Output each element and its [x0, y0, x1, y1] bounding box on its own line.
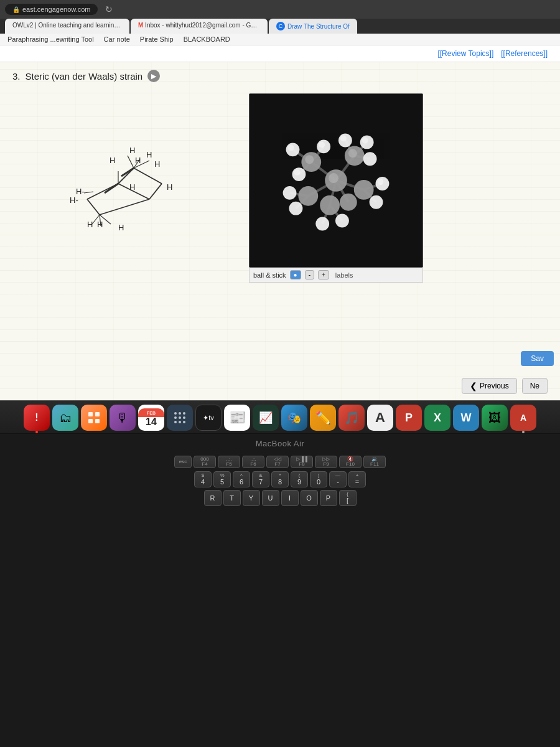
key-y[interactable]: Y: [243, 490, 260, 506]
dock-icon-word[interactable]: W: [453, 405, 479, 431]
key-8[interactable]: *8: [271, 471, 289, 487]
question-header: 3. Steric (van der Waals) strain ▶: [0, 62, 560, 87]
key-9[interactable]: (9: [291, 471, 308, 487]
svg-point-71: [174, 416, 177, 419]
h-label-1: H: [110, 156, 115, 165]
key-u[interactable]: U: [262, 490, 279, 506]
dock-icon-podcasts[interactable]: 🎙: [110, 405, 136, 431]
dock-icon-acrobat[interactable]: A: [510, 405, 536, 431]
h-label-2: H: [129, 146, 135, 155]
key-minus[interactable]: —-: [329, 471, 347, 487]
svg-line-13: [128, 156, 134, 168]
svg-point-57: [289, 202, 303, 215]
svg-rect-66: [88, 419, 93, 423]
svg-point-74: [174, 421, 177, 423]
key-0[interactable]: )0: [310, 471, 327, 487]
svg-point-72: [179, 416, 181, 419]
key-f9[interactable]: ▷▷F9: [315, 456, 337, 468]
svg-line-3: [100, 199, 149, 215]
key-f5[interactable]: ..:.F5: [218, 456, 240, 468]
svg-point-43: [329, 173, 338, 183]
key-p[interactable]: P: [320, 490, 337, 506]
keyboard-area: esc 000F4 ..:.F5 ..:.F6 ◁◁F7 ▷▐▐F8 ▷▷F9 …: [0, 451, 560, 515]
zoom-out-button[interactable]: -: [305, 270, 314, 280]
save-button[interactable]: Sav: [521, 351, 554, 366]
zoom-in-button[interactable]: +: [318, 270, 329, 280]
previous-button[interactable]: ❮ Previous: [462, 378, 517, 394]
dock-icon-fonts[interactable]: A: [367, 405, 393, 431]
next-button[interactable]: Ne: [522, 378, 548, 394]
key-f10[interactable]: 🔇F10: [339, 456, 362, 468]
fn-key-row: esc 000F4 ..:.F5 ..:.F6 ◁◁F7 ▷▐▐F8 ▷▷F9 …: [12, 456, 548, 468]
key-esc[interactable]: esc: [174, 456, 192, 468]
key-t[interactable]: T: [223, 490, 241, 506]
key-4[interactable]: $4: [194, 471, 212, 487]
review-topics-link[interactable]: [Review Topics]: [437, 49, 493, 58]
dock-icon-grid[interactable]: [167, 405, 193, 431]
key-f4[interactable]: 000F4: [194, 456, 216, 468]
structure-area: H H H H- H- H H H H H H H: [0, 87, 560, 289]
h-label-5: H-: [70, 195, 78, 205]
tab-draw-structure[interactable]: Draw The Structure Of: [269, 19, 357, 34]
svg-point-42: [340, 194, 357, 211]
h-label-7: H: [167, 182, 172, 192]
formula-container: H H H H- H- H H H H H H H: [37, 93, 236, 270]
address-bar[interactable]: 🔒 east.cengagenow.com: [5, 4, 98, 15]
save-area: Sav: [521, 351, 554, 366]
key-equals[interactable]: +=: [348, 471, 366, 487]
question-text: Steric (van der Waals) strain: [26, 71, 143, 82]
bookmark-pirate-ship[interactable]: Pirate Ship: [140, 35, 174, 43]
key-6[interactable]: ^6: [233, 471, 250, 487]
tab-bar: OWLv2 | Online teaching and learning res…: [0, 19, 560, 34]
key-f8[interactable]: ▷▐▐F8: [291, 456, 313, 468]
svg-point-61: [362, 138, 368, 144]
dock-icon-notification[interactable]: !: [24, 405, 50, 431]
svg-point-58: [288, 144, 294, 151]
bookmark-paraphrasing[interactable]: Paraphrasing ...ewriting Tool: [7, 35, 94, 43]
svg-point-51: [363, 152, 377, 166]
reload-icon[interactable]: ↻: [105, 4, 113, 14]
dock-icon-powerpoint[interactable]: P: [396, 405, 422, 431]
svg-point-68: [174, 412, 177, 415]
dock-icon-excel[interactable]: X: [424, 405, 450, 431]
key-5[interactable]: %5: [213, 471, 231, 487]
svg-point-75: [179, 421, 181, 423]
key-i[interactable]: I: [281, 490, 299, 506]
structural-formula-svg: H H H H- H- H H H H H H H: [37, 93, 236, 268]
question-number: 3.: [12, 71, 21, 82]
question-nav-arrow[interactable]: ▶: [147, 70, 160, 82]
h-label-11: H: [146, 150, 152, 159]
dock-icon-stocks[interactable]: 📈: [253, 405, 279, 431]
tab-owlv2[interactable]: OWLv2 | Online teaching and learning res…: [5, 19, 129, 34]
key-o[interactable]: O: [301, 490, 318, 506]
dock-icon-news[interactable]: 📰: [224, 405, 250, 431]
key-f6[interactable]: ..:.F6: [242, 456, 264, 468]
key-r[interactable]: R: [204, 490, 222, 506]
chevron-left-icon: ❮: [470, 381, 477, 391]
tab-gmail[interactable]: M Inbox - whittyhud2012@gmail.com - Gmai…: [131, 19, 268, 34]
dock-icon-calendar[interactable]: FEB 14: [138, 405, 164, 431]
svg-point-39: [354, 180, 374, 200]
h-label-12: H: [154, 159, 160, 169]
bookmark-blackboard[interactable]: BLACKBOARD: [184, 35, 230, 43]
dock-icon-appletv[interactable]: ✦tv: [195, 405, 222, 431]
model-controls: ball & stick ● - + labels: [249, 268, 423, 283]
dock-icon-launchpad[interactable]: [81, 405, 107, 431]
number-key-row: $4 %5 ^6 &7 *8 (9 )0 —- +=: [12, 471, 548, 487]
dock-icon-preview[interactable]: 🖼: [482, 405, 508, 431]
svg-point-62: [340, 136, 347, 142]
bookmark-car-note[interactable]: Car note: [104, 35, 130, 43]
dock-icon-keynote[interactable]: 🎭: [281, 405, 307, 431]
key-7[interactable]: &7: [252, 471, 269, 487]
references-link[interactable]: [References]: [501, 49, 548, 58]
lock-icon: 🔒: [12, 6, 20, 13]
dock-icon-music[interactable]: 🎵: [338, 405, 365, 431]
view-mode-button[interactable]: ●: [290, 270, 301, 280]
key-bracket-open[interactable]: {[: [339, 490, 357, 506]
key-f7[interactable]: ◁◁F7: [266, 456, 289, 468]
dock-icon-finder[interactable]: 🗂: [52, 405, 78, 431]
key-f11[interactable]: 🔉F11: [363, 456, 386, 468]
dock-icon-pencil[interactable]: ✏️: [310, 405, 336, 431]
h-label-10: H: [118, 223, 124, 232]
browser-chrome: 🔒 east.cengagenow.com ↻ OWLv2 | Online t…: [0, 0, 560, 45]
